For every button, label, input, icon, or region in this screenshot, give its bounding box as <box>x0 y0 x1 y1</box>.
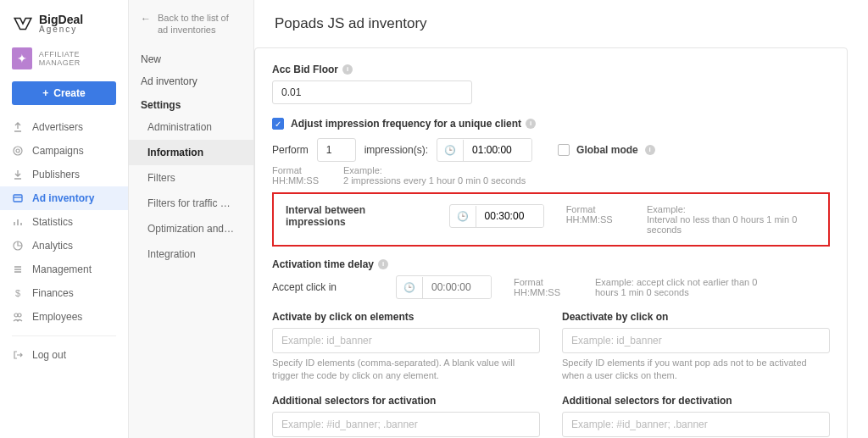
settings-optimization[interactable]: Optimization and rules <box>129 216 253 241</box>
role-label: AFFILIATE MANAGER <box>39 50 116 67</box>
info-icon[interactable]: i <box>378 259 388 269</box>
acc-bid-floor-label: Acc Bid Floor i <box>272 64 830 75</box>
accept-click-example: Example: accept click not earlier than 0… <box>595 277 782 297</box>
nav-divider <box>12 335 116 336</box>
back-link-label: Back to the list of ad inventories <box>158 12 242 36</box>
accept-click-label: Accept click in <box>272 281 374 293</box>
main-content: Popads JS ad inventory Acc Bid Floor i ✓… <box>254 0 868 438</box>
back-link[interactable]: ← Back to the list of ad inventories <box>129 12 253 48</box>
activate-elements-label: Activate by click on elements <box>272 311 540 323</box>
accept-click-time-field[interactable] <box>423 276 491 298</box>
page-title: Popads JS ad inventory <box>254 15 848 47</box>
brand-sub: Agency <box>39 25 83 34</box>
nav-label: Employees <box>32 311 82 323</box>
avatar-icon: ✦ <box>12 47 32 69</box>
interval-example-text: Interval no less than 0 hours 1 min 0 se… <box>647 214 816 235</box>
main-sidebar: BigDeal Agency ✦ AFFILIATE MANAGER + Cre… <box>0 0 129 438</box>
add-sel-deact-label: Additional selectors for dectivation <box>562 395 830 407</box>
brand-logo-icon <box>12 15 34 32</box>
settings-filters[interactable]: Filters <box>129 165 253 191</box>
plus-icon: + <box>42 87 48 99</box>
settings-integration[interactable]: Integration <box>129 241 253 267</box>
settings-administration[interactable]: Administration <box>129 114 253 140</box>
secondary-settings-heading: Settings <box>129 92 253 114</box>
svg-point-1 <box>16 149 19 152</box>
people-icon <box>12 311 24 323</box>
settings-information[interactable]: Information <box>129 140 253 165</box>
nav-publishers[interactable]: Publishers <box>0 163 128 186</box>
add-sel-deact-input[interactable] <box>562 412 830 437</box>
interval-example-label: Example: <box>647 204 816 214</box>
logo-block: BigDeal Agency <box>0 0 128 42</box>
settings-filters-traffic[interactable]: Filters for traffic sour... <box>129 191 253 216</box>
perform-count-input[interactable] <box>317 138 356 162</box>
logout-icon <box>12 349 24 361</box>
activation-delay-heading: Activation time delay i <box>272 258 830 270</box>
clock-icon: 🕒 <box>397 277 423 298</box>
activate-elements-input[interactable] <box>272 328 540 353</box>
interval-time-field[interactable] <box>476 205 544 227</box>
upload-icon <box>12 121 24 133</box>
info-icon[interactable]: i <box>645 145 655 155</box>
clock-icon: 🕒 <box>450 206 476 227</box>
secondary-sub-label: Ad inventory <box>129 70 253 92</box>
settings-card: Acc Bid Floor i ✓ Adjust impression freq… <box>254 47 848 438</box>
list-icon <box>12 263 24 275</box>
nav-label: Statistics <box>32 216 73 228</box>
interval-label: Interval between impressions <box>286 204 427 228</box>
nav-label: Finances <box>32 287 74 299</box>
deactivate-helper: Specify ID elements if you want pop ads … <box>562 357 830 383</box>
create-button[interactable]: + Create <box>12 81 116 105</box>
arrow-left-icon: ← <box>141 13 151 26</box>
target-icon <box>12 145 24 157</box>
brand-name: BigDeal <box>39 14 83 25</box>
svg-point-0 <box>14 147 22 155</box>
adjust-frequency-checkbox[interactable]: ✓ <box>272 118 284 130</box>
acc-bid-floor-input[interactable] <box>272 80 472 104</box>
nav-campaigns[interactable]: Campaigns <box>0 139 128 163</box>
dollar-icon: $ <box>12 287 24 299</box>
perform-time-field[interactable] <box>464 139 531 161</box>
secondary-new-label: New <box>129 48 253 70</box>
accept-click-time-input[interactable]: 🕒 <box>396 275 492 299</box>
nav-label: Management <box>32 263 92 275</box>
nav-advertisers[interactable]: Advertisers <box>0 115 128 139</box>
format-label-2: Format HH:MM:SS <box>566 204 625 225</box>
nav-finances[interactable]: $ Finances <box>0 281 128 305</box>
create-button-label: Create <box>53 87 85 99</box>
nav-statistics[interactable]: Statistics <box>0 210 128 234</box>
format-label-3: Format HH:MM:SS <box>514 277 573 297</box>
adjust-frequency-label: Adjust impression frequency for a unique… <box>291 118 536 130</box>
add-sel-act-label: Additional selectors for activation <box>272 395 540 407</box>
format-label: Format HH:MM:SS <box>272 165 335 186</box>
nav-employees[interactable]: Employees <box>0 305 128 329</box>
info-icon[interactable]: i <box>526 119 536 129</box>
impressions-label: impression(s): <box>364 144 428 156</box>
svg-point-5 <box>14 313 18 317</box>
nav-label: Publishers <box>32 169 80 180</box>
deactivate-input[interactable] <box>562 328 830 353</box>
perform-example-label: Example: <box>343 165 526 175</box>
nav-label: Advertisers <box>32 121 83 133</box>
main-nav: Advertisers Campaigns Publishers Ad inve… <box>0 115 128 438</box>
clock-icon: 🕒 <box>437 140 464 161</box>
perform-time-input[interactable]: 🕒 <box>437 138 532 162</box>
nav-management[interactable]: Management <box>0 258 128 281</box>
interval-highlight-box: Interval between impressions 🕒 Format HH… <box>272 192 830 247</box>
activate-elements-helper: Specify ID elements (comma-separated). A… <box>272 357 540 383</box>
download-icon <box>12 169 24 180</box>
nav-analytics[interactable]: Analytics <box>0 234 128 258</box>
perform-example-text: 2 impressions every 1 hour 0 min 0 secon… <box>343 175 526 186</box>
bar-chart-icon <box>12 216 24 228</box>
interval-time-input[interactable]: 🕒 <box>449 204 544 228</box>
nav-logout[interactable]: Log out <box>0 343 128 367</box>
info-icon[interactable]: i <box>342 64 353 75</box>
global-mode-checkbox[interactable] <box>558 144 570 156</box>
pie-chart-icon <box>12 240 24 252</box>
svg-text:$: $ <box>15 288 20 298</box>
role-block: ✦ AFFILIATE MANAGER <box>0 42 128 78</box>
nav-ad-inventory[interactable]: Ad inventory <box>0 186 128 210</box>
add-sel-act-input[interactable] <box>272 412 540 437</box>
svg-point-6 <box>18 313 21 317</box>
deactivate-label: Deactivate by click on <box>562 311 830 323</box>
